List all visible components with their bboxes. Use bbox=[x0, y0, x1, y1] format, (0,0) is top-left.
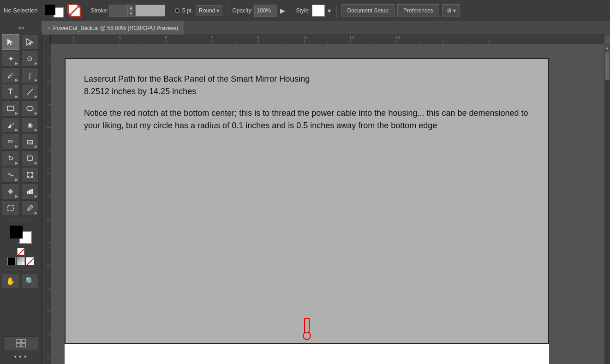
free-transform-tool-button[interactable] bbox=[21, 167, 39, 183]
tools-grid: ✦ ▶ ⊙ ▶ 🖊 ▶ ∫ ▶ T ▶ ▶ bbox=[0, 32, 41, 218]
stroke-controls: Stroke: ▲ ▼ bbox=[91, 5, 165, 17]
stroke-value-input[interactable] bbox=[109, 5, 128, 17]
stroke-spinners: ▲ ▼ bbox=[128, 5, 134, 17]
ruler-corner bbox=[42, 35, 51, 44]
hand-tool-button[interactable]: ✋ bbox=[2, 273, 19, 289]
svg-point-71 bbox=[303, 332, 311, 340]
fill-stroke-indicator[interactable] bbox=[44, 3, 65, 18]
stroke-weight-display: 5 pt. Round ▾ bbox=[175, 5, 223, 16]
scale-tool-button[interactable]: ▶ bbox=[21, 150, 39, 166]
swap-colors-icon[interactable]: ⇄ bbox=[27, 239, 33, 245]
preferences-button[interactable]: Preferences bbox=[397, 4, 439, 17]
artboard: Lasercut Path for the Back Panel of the … bbox=[65, 58, 549, 344]
scroll-thumb[interactable] bbox=[605, 52, 610, 80]
pencil-tool-button[interactable]: ✏ ▶ bbox=[2, 134, 19, 149]
divider-3 bbox=[227, 4, 227, 18]
symbol-tool-button[interactable]: ❋ ▶ bbox=[2, 184, 19, 199]
svg-text:3: 3 bbox=[119, 36, 121, 40]
rotate-tool-button[interactable]: ↻ ▶ bbox=[2, 150, 19, 166]
fill-color-button[interactable] bbox=[10, 226, 23, 239]
warp-tool-button[interactable]: ▶ bbox=[2, 167, 19, 183]
stroke-up-button[interactable]: ▲ bbox=[128, 5, 134, 11]
none-color-button[interactable] bbox=[17, 248, 24, 255]
main-area: ◀◀ ✦ ▶ ⊙ ▶ 🖊 ▶ ∫ bbox=[0, 21, 610, 364]
style-label: Style: bbox=[296, 7, 310, 14]
svg-line-19 bbox=[18, 248, 24, 255]
artboard-container[interactable]: Lasercut Path for the Back Panel of the … bbox=[51, 44, 604, 364]
fill-swatch[interactable] bbox=[45, 5, 55, 15]
eraser-tool-button[interactable]: ▶ bbox=[21, 134, 39, 149]
none-fill-button[interactable] bbox=[26, 257, 34, 265]
blob-brush-tool-button[interactable]: ◉ ▶ bbox=[21, 117, 39, 133]
round-label: Round bbox=[199, 7, 215, 14]
svg-rect-12 bbox=[31, 172, 33, 173]
sidebar-sep-1 bbox=[6, 220, 35, 220]
opacity-input[interactable] bbox=[254, 5, 277, 17]
svg-text:13: 13 bbox=[349, 36, 354, 40]
pen-tool-button[interactable]: 🖊 ▶ bbox=[2, 67, 19, 83]
svg-rect-70 bbox=[305, 318, 309, 332]
svg-text:1: 1 bbox=[72, 36, 75, 40]
black-fill-button[interactable] bbox=[7, 257, 16, 265]
magic-wand-tool-button[interactable]: ✦ ▶ bbox=[2, 51, 19, 66]
screen-mode-button[interactable]: 🖥 ▾ bbox=[442, 4, 460, 17]
svg-rect-55 bbox=[42, 35, 51, 364]
stroke-type-dropdown[interactable]: Round ▾ bbox=[196, 5, 222, 16]
dropdown-arrow-icon: ▾ bbox=[216, 7, 219, 14]
red-notch-shape bbox=[300, 318, 314, 343]
divider-5 bbox=[336, 4, 337, 18]
below-artboard-area bbox=[65, 344, 549, 364]
eyedropper-tool-button[interactable]: ▶ bbox=[21, 200, 39, 216]
stroke-dot-icon bbox=[175, 8, 179, 13]
svg-marker-1 bbox=[7, 39, 13, 45]
paintbrush-tool-button[interactable]: 🖌 ▶ bbox=[2, 117, 19, 133]
svg-rect-21 bbox=[16, 340, 20, 343]
svg-line-3 bbox=[27, 89, 33, 95]
toolbar: No Selection Stroke: ▲ ▼ 5 pt. Round bbox=[0, 0, 610, 21]
direct-select-tool-button[interactable] bbox=[21, 34, 39, 50]
style-swatch[interactable] bbox=[312, 5, 325, 17]
opacity-control: Opacity: ▶ bbox=[232, 5, 286, 17]
curvature-tool-button[interactable]: ∫ ▶ bbox=[21, 67, 39, 83]
vertical-ruler bbox=[42, 35, 51, 364]
color-area: ⇄ bbox=[0, 222, 41, 267]
more-tools-button[interactable]: • • • bbox=[14, 353, 27, 360]
artboard-notice-text: Notice the red notch at the bottom cente… bbox=[84, 107, 530, 132]
document-setup-button[interactable]: Document Setup bbox=[341, 4, 395, 17]
svg-rect-4 bbox=[7, 106, 14, 111]
opacity-expand-button[interactable]: ▶ bbox=[279, 6, 286, 15]
graph-tool-button[interactable]: ▶ bbox=[21, 184, 39, 199]
canvas-scroll[interactable]: 1 3 5 7 9 11 13 15 bbox=[42, 35, 610, 364]
white-fill-button[interactable] bbox=[17, 257, 25, 265]
ellipse-tool-button[interactable]: ▶ bbox=[21, 101, 39, 116]
line-tool-button[interactable]: ▶ bbox=[21, 84, 39, 100]
style-dropdown-button[interactable]: ▾ bbox=[327, 6, 332, 15]
mini-color-icons bbox=[7, 257, 34, 265]
artboards-button[interactable] bbox=[3, 336, 38, 350]
artboard-content: Lasercut Path for the Back Panel of the … bbox=[66, 59, 548, 146]
rectangle-tool-button[interactable]: ▶ bbox=[2, 101, 19, 116]
stroke-down-button[interactable]: ▼ bbox=[128, 11, 134, 17]
svg-marker-2 bbox=[27, 39, 33, 45]
lasso-tool-button[interactable]: ⊙ ▶ bbox=[21, 51, 39, 66]
selection-indicator: No Selection bbox=[4, 7, 38, 14]
vertical-scrollbar[interactable]: ▲ bbox=[604, 44, 610, 364]
document-tab[interactable]: × PowerCut_Back.ai @ 56.08% (RGB/GPU Pre… bbox=[42, 21, 184, 35]
sidebar-sep-2 bbox=[6, 269, 35, 269]
tab-close-button[interactable]: × bbox=[47, 25, 50, 31]
svg-rect-24 bbox=[21, 344, 25, 347]
type-tool-button[interactable]: T ▶ bbox=[2, 84, 19, 100]
svg-line-20 bbox=[26, 257, 34, 265]
artboard-title-text: Lasercut Path for the Back Panel of the … bbox=[84, 73, 530, 98]
stroke-indicator-icon[interactable] bbox=[67, 4, 81, 18]
artboard-tool-button[interactable] bbox=[2, 200, 19, 216]
scroll-up-button[interactable]: ▲ bbox=[604, 44, 610, 52]
stroke-color-swatch[interactable] bbox=[135, 5, 165, 17]
svg-rect-15 bbox=[27, 191, 29, 194]
selection-tool-button[interactable] bbox=[2, 34, 19, 50]
svg-rect-11 bbox=[27, 172, 29, 173]
sidebar-ruler: ◀◀ bbox=[0, 23, 42, 32]
svg-text:11: 11 bbox=[303, 36, 308, 40]
horizontal-ruler: 1 3 5 7 9 11 13 15 bbox=[51, 35, 604, 44]
zoom-tool-button[interactable]: 🔍 bbox=[21, 273, 39, 289]
